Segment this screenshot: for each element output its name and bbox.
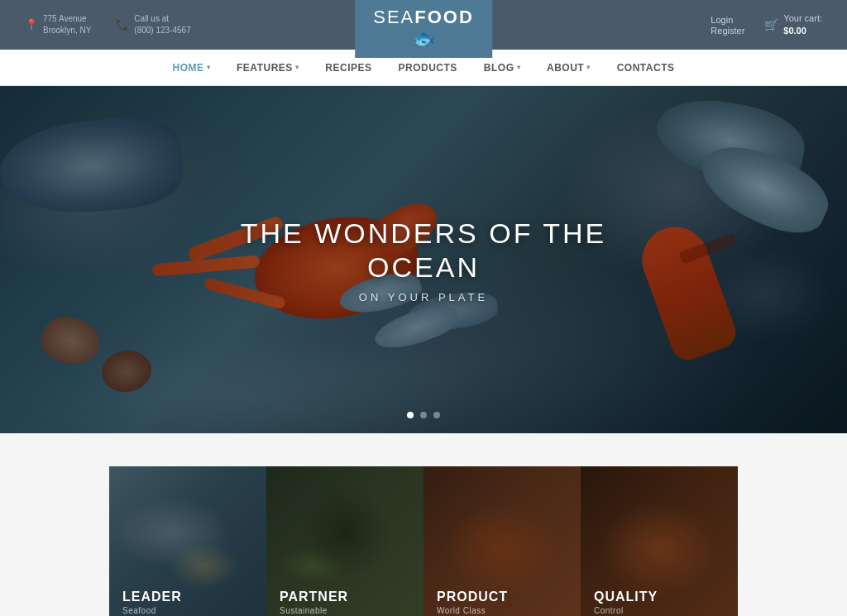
feature-partner-subtitle: Sustainable [280, 606, 348, 615]
features-section: LEADER Seafood PARTNER Sustainable PRODU… [0, 433, 847, 616]
logo-food: FOOD [414, 7, 474, 27]
fish-icon: 🐟 [413, 28, 435, 50]
login-area[interactable]: Login Register [711, 15, 744, 36]
feature-product-title: PRODUCT [437, 590, 508, 604]
feature-card-product[interactable]: PRODUCT World Class [424, 466, 581, 616]
feature-quality-title: QUALITY [594, 590, 658, 604]
slider-dot-1[interactable] [407, 412, 414, 418]
location-icon: 📍 [25, 17, 38, 32]
address-info: 📍 775 Avenue Brooklyn, NY [25, 13, 91, 36]
feature-quality-subtitle: Control [594, 606, 658, 615]
top-bar: 📍 775 Avenue Brooklyn, NY 📞 Call us at (… [0, 0, 847, 50]
phone-label: Call us at (800) 123-4567 [134, 13, 190, 36]
slider-dot-3[interactable] [433, 412, 440, 418]
features-grid: LEADER Seafood PARTNER Sustainable PRODU… [109, 466, 738, 616]
cart-info: Your cart: $0.00 [783, 12, 822, 38]
chevron-down-icon: ▾ [295, 64, 299, 71]
chevron-down-icon: ▾ [586, 64, 591, 71]
hero-subtitle: ON YOUR PLATE [212, 290, 635, 303]
login-link[interactable]: Login [711, 15, 733, 25]
feature-partner-content: PARTNER Sustainable [280, 590, 348, 615]
feature-card-quality[interactable]: QUALITY Control [581, 466, 738, 616]
feature-card-partner[interactable]: PARTNER Sustainable [266, 466, 424, 616]
cart-label: Your cart: [783, 12, 822, 25]
slider-dot-2[interactable] [420, 412, 427, 418]
nav-item-contacts[interactable]: CONTACTS [604, 50, 688, 86]
hero-slider-dots[interactable] [407, 412, 440, 418]
logo-text: SEAFOOD [373, 8, 474, 26]
feature-card-leader[interactable]: LEADER Seafood [109, 466, 266, 616]
register-link[interactable]: Register [711, 26, 744, 36]
cart-area[interactable]: 🛒 Your cart: $0.00 [764, 12, 822, 38]
nav-item-home[interactable]: HOME ▾ [160, 50, 224, 86]
site-logo[interactable]: SEAFOOD 🐟 [355, 0, 492, 58]
hero-section: THE WONDERS OF THE OCEAN ON YOUR PLATE [0, 86, 847, 433]
hero-text-block: THE WONDERS OF THE OCEAN ON YOUR PLATE [212, 217, 635, 303]
chevron-down-icon: ▾ [517, 64, 521, 71]
cart-amount: $0.00 [783, 25, 822, 37]
feature-quality-content: QUALITY Control [594, 590, 658, 615]
hero-title: THE WONDERS OF THE OCEAN [212, 217, 635, 284]
feature-leader-content: LEADER Seafood [122, 590, 182, 615]
top-bar-left: 📍 775 Avenue Brooklyn, NY 📞 Call us at (… [25, 13, 191, 36]
nav-item-about[interactable]: ABOUT ▾ [534, 50, 604, 86]
phone-info: 📞 Call us at (800) 123-4567 [116, 13, 190, 36]
logo-sea: SEA [373, 7, 414, 27]
feature-partner-title: PARTNER [280, 590, 348, 604]
phone-icon: 📞 [116, 17, 129, 32]
nav-item-features[interactable]: FEATURES ▾ [223, 50, 312, 86]
chevron-down-icon: ▾ [207, 64, 211, 71]
address-line1: 775 Avenue Brooklyn, NY [43, 13, 91, 36]
feature-leader-title: LEADER [122, 590, 182, 604]
cart-icon: 🛒 [764, 18, 778, 31]
feature-leader-subtitle: Seafood [122, 606, 182, 615]
feature-product-subtitle: World Class [437, 606, 508, 615]
top-bar-right: Login Register 🛒 Your cart: $0.00 [711, 12, 822, 38]
feature-product-content: PRODUCT World Class [437, 590, 508, 615]
